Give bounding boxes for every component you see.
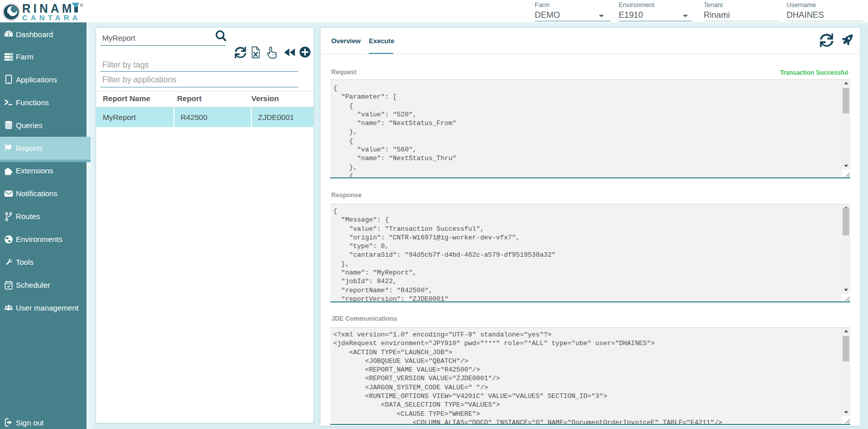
svg-text:®: ® <box>80 3 83 8</box>
svg-text:CANTARA: CANTARA <box>22 13 81 22</box>
